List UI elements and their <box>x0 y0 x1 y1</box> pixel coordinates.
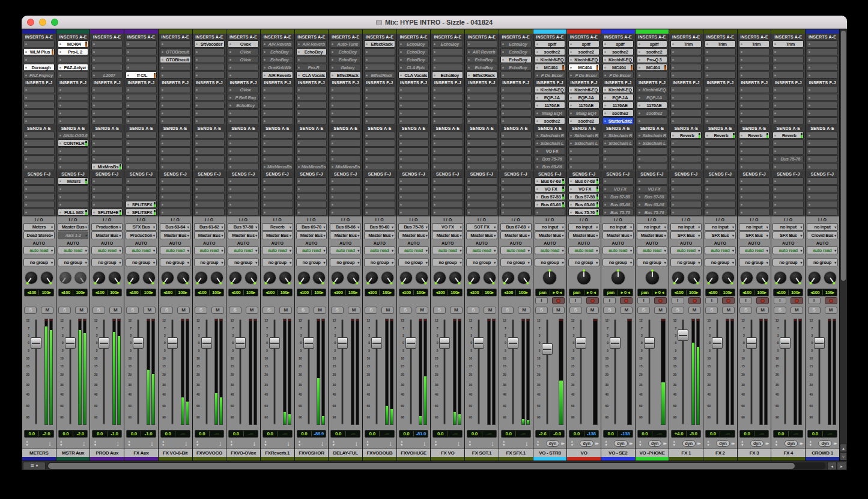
send-slot[interactable] <box>194 132 225 139</box>
insert-slot[interactable]: CLA Vocals <box>398 72 429 79</box>
fader-track[interactable] <box>512 319 514 424</box>
send-bypass-dot[interactable] <box>809 196 810 198</box>
send-slot[interactable] <box>807 201 838 208</box>
insert-bypass-dot[interactable] <box>468 89 470 91</box>
insert-bypass-dot[interactable] <box>162 51 163 53</box>
send-bypass-dot[interactable] <box>774 158 776 160</box>
pan-knob-left[interactable] <box>59 271 72 284</box>
send-slot[interactable] <box>739 147 770 155</box>
insert-bypass-dot[interactable] <box>93 120 95 122</box>
send-slot[interactable]: Bus 65-66 <box>637 201 668 208</box>
volume-nudge-spinner[interactable]: ▴▾ <box>502 439 506 447</box>
send-slot[interactable] <box>432 193 463 200</box>
output-path-button[interactable]: Master Bus▾ <box>432 231 463 239</box>
insert-bypass-dot[interactable] <box>264 51 266 53</box>
group-assignment-button[interactable]: no group▾ <box>772 259 804 266</box>
dyn-graph-icon[interactable]: ▸▸ <box>561 441 563 446</box>
insert-bypass-dot[interactable] <box>162 59 163 61</box>
insert-slot[interactable]: EchoBoy <box>228 102 259 109</box>
dyn-graph-icon[interactable]: ▸▸ <box>732 441 734 446</box>
send-slot[interactable] <box>705 193 736 200</box>
send-slot[interactable]: Reverb <box>772 132 804 139</box>
send-bypass-dot[interactable] <box>639 196 640 198</box>
pan-knob-right[interactable] <box>142 271 156 284</box>
insert-bypass-dot[interactable] <box>468 75 470 76</box>
insert-slot[interactable] <box>126 117 157 124</box>
insert-bypass-dot[interactable] <box>774 75 776 76</box>
clip-led[interactable] <box>118 319 120 321</box>
insert-slot[interactable] <box>228 117 259 124</box>
insert-slot[interactable] <box>398 117 429 124</box>
send-bypass-dot[interactable] <box>774 150 776 152</box>
solo-button[interactable]: S <box>58 307 71 314</box>
send-slot[interactable] <box>228 139 259 147</box>
insert-slot[interactable]: Trim <box>705 40 736 47</box>
pan-display[interactable]: ◂100100▸ <box>263 289 293 296</box>
send-bypass-dot[interactable] <box>93 166 95 168</box>
insert-slot[interactable] <box>670 72 702 79</box>
send-bypass-dot[interactable] <box>672 180 674 182</box>
send-slot[interactable] <box>194 139 225 147</box>
send-bypass-dot[interactable] <box>741 204 742 206</box>
insert-bypass-dot[interactable] <box>741 89 742 91</box>
insert-bypass-dot[interactable] <box>639 59 640 61</box>
send-slot[interactable] <box>637 147 668 155</box>
send-bypass-dot[interactable] <box>741 142 742 144</box>
insert-slot[interactable] <box>262 94 293 101</box>
insert-slot[interactable] <box>58 86 89 93</box>
insert-slot[interactable]: OVox <box>228 86 259 93</box>
fader-track[interactable] <box>239 319 241 424</box>
insert-slot[interactable] <box>739 56 770 63</box>
send-slot[interactable] <box>807 147 838 155</box>
insert-slot[interactable] <box>466 102 497 109</box>
send-slot[interactable] <box>23 185 55 192</box>
insert-bypass-dot[interactable] <box>127 89 129 91</box>
send-slot[interactable] <box>58 185 89 192</box>
insert-slot[interactable] <box>500 94 532 101</box>
send-slot[interactable] <box>535 209 566 216</box>
send-bypass-dot[interactable] <box>604 142 606 144</box>
insert-slot[interactable] <box>398 86 429 93</box>
send-bypass-dot[interactable] <box>400 180 402 182</box>
track-name[interactable]: VO -PHONE <box>636 448 669 457</box>
insert-bypass-dot[interactable] <box>93 59 95 61</box>
insert-slot[interactable] <box>126 48 157 55</box>
send-slot[interactable] <box>705 163 736 170</box>
insert-bypass-dot[interactable] <box>570 97 572 99</box>
insert-slot[interactable] <box>330 86 361 93</box>
insert-slot[interactable] <box>23 94 55 101</box>
clip-led[interactable] <box>458 319 461 321</box>
insert-slot[interactable] <box>670 94 702 101</box>
send-bypass-dot[interactable] <box>93 142 95 144</box>
send-slot[interactable] <box>160 201 191 208</box>
send-bypass-dot[interactable] <box>434 158 436 160</box>
insert-slot[interactable]: MC404 <box>535 64 566 71</box>
send-bypass-dot[interactable] <box>162 135 163 136</box>
clip-led[interactable] <box>83 319 86 321</box>
insert-slot[interactable] <box>364 48 395 55</box>
insert-slot[interactable] <box>705 64 736 71</box>
insert-slot[interactable] <box>91 109 123 117</box>
send-bypass-dot[interactable] <box>672 212 674 213</box>
insert-slot[interactable]: spiff <box>602 40 634 47</box>
insert-slot[interactable]: OneKnbWtr <box>262 64 293 71</box>
clip-led[interactable] <box>220 319 222 321</box>
automation-mode-button[interactable]: auto read▾ <box>160 246 191 254</box>
send-bypass-dot[interactable] <box>536 142 538 144</box>
insert-bypass-dot[interactable] <box>162 112 163 114</box>
send-bypass-dot[interactable] <box>229 212 231 213</box>
track-name[interactable]: FX VO <box>431 448 464 457</box>
send-slot[interactable] <box>126 193 157 200</box>
insert-bypass-dot[interactable] <box>229 51 231 53</box>
send-slot[interactable] <box>330 147 361 155</box>
insert-slot[interactable] <box>637 117 668 124</box>
insert-bypass-dot[interactable] <box>93 112 95 114</box>
clip-led[interactable] <box>45 319 47 321</box>
fader-cap[interactable] <box>167 337 178 349</box>
volume-nudge-spinner[interactable]: ▴▾ <box>25 439 29 447</box>
input-monitor-button[interactable]: I <box>705 297 718 304</box>
clip-led[interactable] <box>731 319 733 321</box>
insert-bypass-dot[interactable] <box>639 105 640 106</box>
record-enable-button[interactable] <box>688 297 701 304</box>
send-slot[interactable] <box>296 177 327 185</box>
